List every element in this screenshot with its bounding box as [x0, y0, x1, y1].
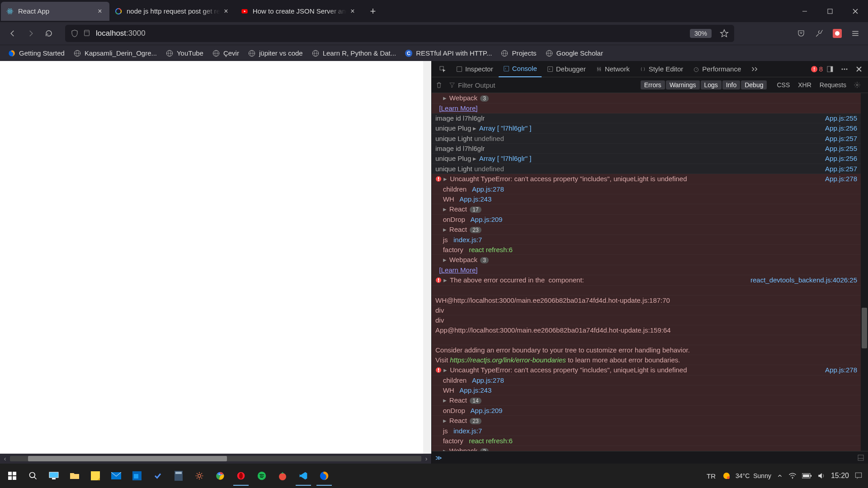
- console-row[interactable]: children App.js:278: [432, 375, 868, 385]
- source-link[interactable]: App.js:256: [825, 155, 857, 162]
- todo-button[interactable]: [147, 466, 168, 486]
- scroll-right-icon[interactable]: ›: [421, 455, 431, 462]
- filter-chip-xhr[interactable]: XHR: [794, 80, 815, 89]
- bookmark-item[interactable]: jüpiter vs code: [245, 47, 307, 59]
- chrome-button[interactable]: [210, 466, 231, 486]
- console-row[interactable]: WH App.js:243: [432, 385, 868, 395]
- console-row[interactable]: js index.js:7: [432, 235, 868, 245]
- console-row[interactable]: unique Plug ▸ Array [ "l7hl6glr" ]App.js…: [432, 123, 868, 134]
- extension-button[interactable]: [829, 25, 845, 42]
- bookmark-item[interactable]: Çevir: [209, 47, 243, 59]
- bookmark-item[interactable]: Getting Started: [5, 47, 68, 59]
- source-link[interactable]: App.js:257: [825, 135, 857, 142]
- pomodoro-button[interactable]: [272, 466, 293, 486]
- filter-chip-info[interactable]: Info: [722, 80, 740, 89]
- bookmark-item[interactable]: Kapsamli_Derin_Ogre...: [70, 47, 160, 59]
- spotify-button[interactable]: [251, 466, 272, 486]
- page-viewport[interactable]: ‹ ›: [0, 61, 431, 464]
- notifications-button[interactable]: [854, 472, 863, 480]
- close-devtools-button[interactable]: [853, 63, 865, 75]
- console-row[interactable]: ▸ React 23: [432, 416, 868, 426]
- battery-icon[interactable]: [802, 473, 812, 479]
- tab-google-search[interactable]: node js http request post get re ×: [109, 2, 236, 21]
- filter-chip-debug[interactable]: Debug: [741, 80, 767, 89]
- source-link[interactable]: App.js:257: [825, 165, 857, 173]
- weather-widget[interactable]: 34°C Sunny: [721, 470, 771, 481]
- search-button[interactable]: [23, 466, 43, 486]
- console-row[interactable]: [Learn More]: [432, 265, 868, 275]
- tab-youtube[interactable]: How to create JSON Server and ×: [236, 2, 362, 21]
- minimize-button[interactable]: [792, 0, 817, 22]
- console-row[interactable]: ▸ Uncaught TypeError: can't access prope…: [432, 365, 868, 375]
- sticky-notes-button[interactable]: [85, 466, 106, 486]
- page-horizontal-scrollbar[interactable]: ‹ ›: [0, 454, 431, 464]
- console-row[interactable]: ▸ React 17: [432, 204, 868, 215]
- console-settings-button[interactable]: [854, 81, 864, 89]
- opera-button[interactable]: [231, 466, 251, 486]
- console-row[interactable]: ▸ The above error occurred in the compon…: [432, 275, 868, 286]
- console-row[interactable]: div: [432, 305, 868, 315]
- tools-button[interactable]: [811, 25, 827, 42]
- vscode-button[interactable]: [293, 466, 314, 486]
- console-row[interactable]: App@http://localhost:3000/main.ee2606b82…: [432, 325, 868, 335]
- dock-button[interactable]: [824, 63, 836, 75]
- console-row[interactable]: image id l7hl6glrApp.js:255: [432, 144, 868, 154]
- tab-console[interactable]: Console: [499, 61, 542, 77]
- volume-icon[interactable]: [817, 472, 826, 479]
- source-link[interactable]: App.js:256: [825, 124, 857, 132]
- console-row[interactable]: unique Light undefinedApp.js:257: [432, 164, 868, 174]
- filter-input[interactable]: Filter Output: [449, 81, 637, 89]
- console-scrollbar[interactable]: [861, 93, 868, 451]
- bookmark-item[interactable]: Projects: [497, 47, 540, 59]
- bookmark-item[interactable]: CRESTful API with HTTP...: [401, 47, 495, 59]
- source-link[interactable]: App.js:255: [825, 145, 857, 152]
- reload-button[interactable]: [41, 25, 57, 42]
- source-link[interactable]: App.js:255: [825, 114, 857, 122]
- tab-react-app[interactable]: React App ×: [1, 2, 109, 21]
- clock[interactable]: 15:20: [831, 472, 849, 480]
- clear-console-button[interactable]: [435, 81, 445, 89]
- overflow-menu-button[interactable]: [838, 63, 851, 75]
- bookmark-item[interactable]: Learn R, Python & Dat...: [308, 47, 400, 59]
- tab-network[interactable]: Network: [591, 61, 634, 77]
- console-row[interactable]: ▸ React 14: [432, 395, 868, 406]
- filter-chip-logs[interactable]: Logs: [701, 80, 722, 89]
- console-row[interactable]: onDrop App.js:209: [432, 406, 868, 416]
- console-row[interactable]: ▸ Webpack 3: [432, 446, 868, 451]
- console-row[interactable]: onDrop App.js:209: [432, 215, 868, 225]
- lock-icon[interactable]: [83, 29, 91, 38]
- file-explorer-button[interactable]: [64, 466, 85, 486]
- console-row[interactable]: js index.js:7: [432, 426, 868, 436]
- close-icon[interactable]: ×: [96, 7, 104, 15]
- task-view-button[interactable]: [43, 466, 64, 486]
- language-indicator[interactable]: TR: [707, 472, 716, 480]
- pocket-button[interactable]: [793, 25, 809, 42]
- console-row[interactable]: children App.js:278: [432, 184, 868, 194]
- pick-element-button[interactable]: [434, 61, 451, 77]
- forward-button[interactable]: [23, 25, 39, 42]
- url-bar[interactable]: localhost:3000 30%: [65, 25, 734, 42]
- console-row[interactable]: Visit https://reactjs.org/link/error-bou…: [432, 355, 868, 365]
- console-row[interactable]: WH@http://localhost:3000/main.ee2606b82b…: [432, 296, 868, 305]
- settings-button[interactable]: [189, 466, 210, 486]
- calculator-button[interactable]: [168, 466, 189, 486]
- error-count-badge[interactable]: !8: [811, 65, 823, 73]
- tab-inspector[interactable]: Inspector: [452, 61, 498, 77]
- wifi-icon[interactable]: [788, 473, 797, 479]
- scroll-left-icon[interactable]: ‹: [0, 455, 10, 462]
- firefox-button[interactable]: [314, 466, 335, 486]
- star-icon[interactable]: [720, 29, 729, 38]
- scroll-thumb[interactable]: [28, 456, 227, 461]
- console-row[interactable]: [432, 286, 868, 296]
- console-row[interactable]: ▸ Uncaught TypeError: can't access prope…: [432, 174, 868, 184]
- close-window-button[interactable]: [843, 0, 868, 22]
- start-button[interactable]: [2, 466, 23, 486]
- new-tab-button[interactable]: +: [366, 4, 380, 19]
- console-row[interactable]: unique Plug ▸ Array [ "l7hl6glr" ]App.js…: [432, 154, 868, 164]
- tab-debugger[interactable]: Debugger: [542, 61, 590, 77]
- bookmark-item[interactable]: Google Scholar: [542, 47, 607, 59]
- zoom-badge[interactable]: 30%: [690, 29, 712, 38]
- filter-chip-requests[interactable]: Requests: [816, 80, 850, 89]
- bookmark-item[interactable]: YouTube: [162, 47, 207, 59]
- page-vertical-scrollbar[interactable]: [423, 61, 431, 454]
